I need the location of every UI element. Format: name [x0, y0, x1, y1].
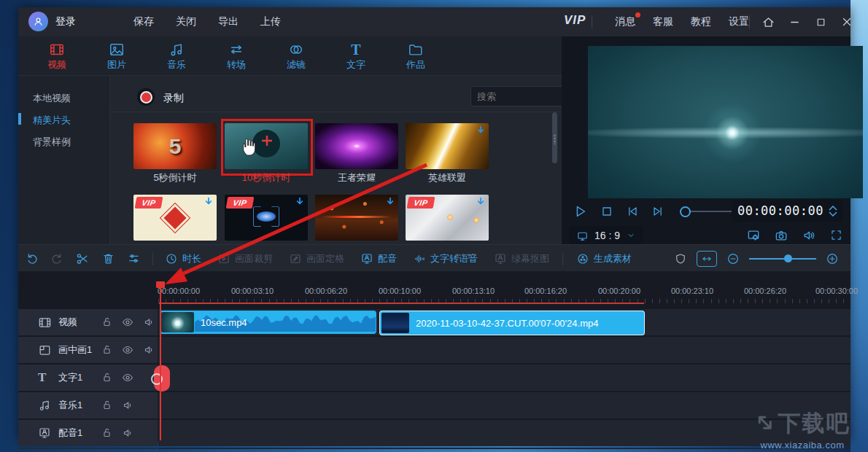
library-scrollbar[interactable]: [552, 112, 557, 163]
tab-picture[interactable]: 图片: [91, 41, 142, 71]
thumbnail-5sec-countdown[interactable]: 5: [133, 123, 217, 169]
thumbnail-ice-world[interactable]: VIP: [406, 195, 489, 241]
support-link[interactable]: 客服: [653, 15, 673, 28]
panel-resize-handle[interactable]: [454, 254, 476, 257]
zoom-in-button[interactable]: [826, 252, 839, 265]
track-lane-text[interactable]: [158, 365, 850, 391]
sidebar-item-local-video[interactable]: 本地视频: [33, 92, 71, 105]
timecode-stepper[interactable]: [829, 206, 837, 217]
search-input[interactable]: [471, 91, 562, 102]
download-icon[interactable]: [203, 196, 214, 208]
duration-button[interactable]: 时长: [165, 252, 201, 265]
clip-cut-video[interactable]: 2020-11-03-10-42-37.CUT.00'07-00'24.mp4: [379, 311, 645, 335]
tab-music[interactable]: 音乐: [151, 41, 202, 71]
mute-toggle[interactable]: [121, 399, 134, 412]
clip-10sec[interactable]: 10sec.mp4: [160, 311, 376, 334]
user-avatar[interactable]: [28, 12, 48, 31]
prev-frame-button[interactable]: [625, 204, 640, 219]
tab-text[interactable]: T文字: [330, 41, 381, 71]
messages-link[interactable]: 消息: [615, 15, 635, 28]
snapshot-button[interactable]: [774, 228, 788, 243]
generate-material-button[interactable]: 生成素材: [576, 252, 632, 265]
dubbing-button[interactable]: 配音: [360, 252, 397, 265]
delete-button[interactable]: [101, 252, 115, 265]
track-lane-dubbing[interactable]: [158, 420, 850, 446]
thumbnail-label[interactable]: 5秒倒计时: [133, 171, 217, 184]
mute-toggle[interactable]: [142, 316, 155, 329]
mute-toggle[interactable]: [121, 426, 134, 440]
fit-timeline-button[interactable]: [697, 251, 717, 267]
thumbnail-dynamic-opening[interactable]: VIP: [133, 195, 217, 241]
green-screen-button[interactable]: 绿幕抠图: [494, 252, 549, 265]
zoom-out-button[interactable]: [726, 252, 740, 265]
tab-filter[interactable]: 滤镜: [271, 41, 322, 71]
thumbnail-label[interactable]: 王者荣耀: [315, 171, 398, 184]
cut-button[interactable]: [75, 252, 90, 266]
sidebar-item-intros[interactable]: 精美片头: [33, 114, 71, 127]
thumbnail-dynamic-robot[interactable]: VIP: [225, 195, 308, 241]
mute-toggle[interactable]: [142, 343, 155, 356]
track-label: 画中画1: [58, 343, 101, 356]
crop-button[interactable]: 画面裁剪: [217, 252, 273, 265]
menu-close-project[interactable]: 关闭: [176, 15, 196, 28]
seek-knob[interactable]: [680, 206, 691, 217]
track-lane-music[interactable]: [158, 392, 850, 418]
volume-button[interactable]: [802, 228, 816, 243]
track-lane-video[interactable]: 10sec.mp4 2020-11-03-10-42-37.CUT.00'07-…: [158, 309, 850, 335]
settings-link[interactable]: 设置: [729, 15, 749, 28]
visibility-toggle[interactable]: [121, 316, 134, 329]
tutorial-link[interactable]: 教程: [691, 15, 711, 28]
lock-toggle[interactable]: [101, 371, 113, 384]
ruler-label: 00:00:03:10: [231, 287, 274, 295]
maximize-button[interactable]: [812, 13, 829, 31]
lock-toggle[interactable]: [101, 426, 113, 440]
adjust-button[interactable]: [127, 252, 141, 265]
close-button[interactable]: [838, 13, 856, 31]
download-icon[interactable]: [475, 125, 487, 136]
vip-logo[interactable]: VIP: [564, 13, 586, 28]
freeze-frame-button[interactable]: 画面定格: [289, 252, 344, 265]
download-icon[interactable]: [294, 196, 306, 208]
aspect-ratio-dropdown[interactable]: 16 : 9: [569, 226, 643, 245]
thumbnail-dne[interactable]: [315, 195, 398, 241]
playhead[interactable]: [160, 281, 161, 440]
visibility-toggle[interactable]: [121, 343, 134, 356]
menu-save[interactable]: 保存: [133, 15, 154, 28]
timeline-ruler[interactable]: 00:00:00:00 00:00:03:10 00:00:06:20 00:0…: [158, 281, 850, 305]
record-button[interactable]: [137, 88, 155, 106]
play-button[interactable]: [573, 203, 589, 219]
timeline-zoom-slider[interactable]: [749, 258, 816, 260]
thumbnail-league-of-legends[interactable]: [406, 123, 489, 169]
menu-upload[interactable]: 上传: [260, 15, 281, 28]
fullscreen-button[interactable]: [829, 228, 843, 243]
tab-works[interactable]: 作品: [390, 41, 441, 71]
login-button[interactable]: 登录: [55, 15, 76, 28]
tab-video[interactable]: 视频: [31, 41, 82, 71]
lock-toggle[interactable]: [101, 316, 113, 329]
download-icon[interactable]: [384, 196, 396, 208]
stop-button[interactable]: [600, 204, 614, 219]
thumbnail-kings-glory[interactable]: [315, 123, 398, 169]
display-settings-button[interactable]: [746, 228, 761, 243]
redo-button[interactable]: [50, 252, 63, 265]
search-box[interactable]: [470, 86, 562, 106]
lock-toggle[interactable]: [101, 399, 113, 412]
track-lane-pip[interactable]: [158, 337, 850, 363]
next-frame-button[interactable]: [651, 204, 665, 219]
sidebar-item-backgrounds[interactable]: 背景样例: [33, 136, 71, 149]
thumbnail-label[interactable]: 英雄联盟: [406, 171, 489, 184]
tab-transition[interactable]: 转场: [211, 41, 262, 71]
text-track-handle[interactable]: [154, 365, 170, 391]
home-button[interactable]: [759, 13, 777, 31]
undo-button[interactable]: [26, 252, 39, 265]
zoom-knob[interactable]: [784, 254, 792, 262]
visibility-toggle[interactable]: [121, 371, 134, 384]
thumbnail-10sec-countdown[interactable]: [225, 123, 308, 169]
menu-export[interactable]: 导出: [218, 15, 239, 28]
minimize-button[interactable]: [786, 13, 803, 31]
protect-button[interactable]: [674, 252, 687, 265]
thumbnail-label[interactable]: 10秒倒计时: [225, 171, 308, 184]
download-icon[interactable]: [475, 196, 487, 208]
screen: 登录 保存 关闭 导出 上传 VIP 消息 客服 教程 设置: [0, 0, 868, 452]
lock-toggle[interactable]: [101, 343, 113, 356]
